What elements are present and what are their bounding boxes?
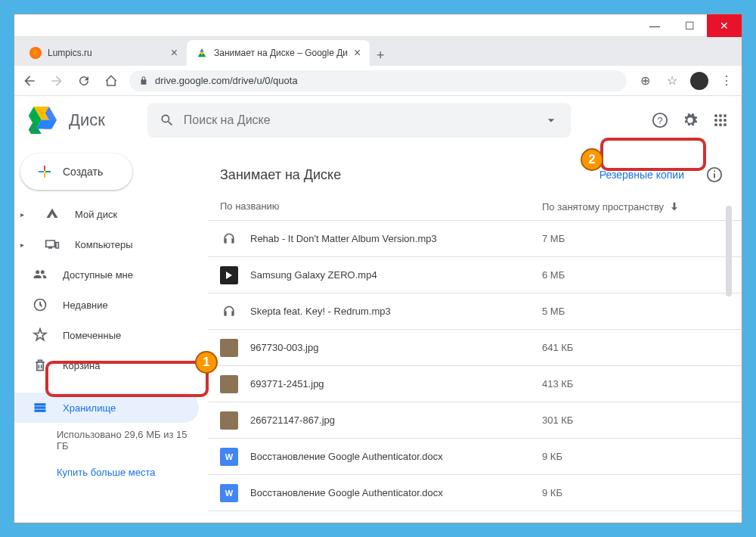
svg-point-7 <box>723 119 727 122</box>
sidebar-item-mydrive[interactable]: ▸ Мой диск <box>14 199 199 229</box>
minimize-button[interactable]: — <box>637 14 672 37</box>
sidebar-label: Корзина <box>63 360 101 371</box>
create-button[interactable]: Создать <box>20 154 132 190</box>
app-title: Диск <box>69 110 105 130</box>
video-thumb-icon <box>220 266 238 284</box>
address-bar: drive.google.com/drive/u/0/quota ⊕ ☆ ⋮ <box>14 66 742 96</box>
sidebar-item-shared[interactable]: Доступные мне <box>14 259 199 290</box>
header-icons: ? <box>651 111 730 129</box>
audio-icon <box>220 230 238 248</box>
sidebar-label: Компьютеры <box>75 239 133 250</box>
forward-button[interactable] <box>48 72 66 90</box>
page-title: Занимает на Диске <box>220 167 341 183</box>
star-icon <box>33 327 48 343</box>
app-body: Создать ▸ Мой диск ▸ Компьютеры Доступны… <box>14 144 742 523</box>
sidebar-item-trash[interactable]: Корзина <box>14 350 199 380</box>
file-size: 6 МБ <box>542 269 723 281</box>
svg-rect-12 <box>35 403 46 405</box>
column-name[interactable]: По названию <box>220 200 542 213</box>
tab-title: Занимает на Диске – Google Ди <box>214 48 348 58</box>
zoom-icon[interactable]: ⊕ <box>636 72 654 90</box>
svg-point-9 <box>719 123 722 126</box>
file-size: 641 КБ <box>542 342 723 353</box>
arrow-down-icon <box>668 200 680 213</box>
close-button[interactable]: ✕ <box>707 14 742 37</box>
svg-point-2 <box>714 114 717 117</box>
svg-point-8 <box>714 123 717 126</box>
lock-icon <box>138 76 149 86</box>
callout-badge-2: 2 <box>581 148 603 171</box>
buy-more-link[interactable]: Купить больше места <box>14 458 208 484</box>
storage-section: Хранилище Использовано 29,6 МБ из 15 ГБ … <box>14 393 208 484</box>
image-thumb-icon <box>220 411 238 430</box>
svg-point-6 <box>719 119 722 122</box>
svg-rect-14 <box>35 410 46 412</box>
svg-text:?: ? <box>657 115 662 126</box>
browser-tab-active[interactable]: Занимает на Диске – Google Ди × <box>187 40 370 66</box>
file-row[interactable]: Skepta feat. Key! - Redrum.mp35 МБ <box>208 293 742 330</box>
bookmark-icon[interactable]: ☆ <box>663 72 681 90</box>
tab-close-icon[interactable]: × <box>171 46 178 60</box>
favicon-icon <box>196 47 208 59</box>
file-row[interactable]: 967730-003.jpg641 КБ <box>208 330 742 366</box>
home-button[interactable] <box>102 72 120 90</box>
file-name: Восстановление Google Authenticator.docx <box>250 451 542 462</box>
favicon-icon <box>29 47 42 59</box>
file-size: 9 КБ <box>542 487 723 498</box>
create-label: Создать <box>63 166 103 178</box>
trash-icon <box>33 358 48 373</box>
maximize-button[interactable]: ☐ <box>672 14 707 37</box>
expand-icon[interactable]: ▸ <box>20 210 29 219</box>
sidebar: Создать ▸ Мой диск ▸ Компьютеры Доступны… <box>14 144 208 523</box>
new-tab-button[interactable]: + <box>370 45 391 66</box>
file-name: 967730-003.jpg <box>250 342 542 353</box>
file-list: Rehab - It Don't Matter Album Version.mp… <box>208 221 742 523</box>
storage-usage: Использовано 29,6 МБ из 15 ГБ <box>14 423 208 458</box>
list-header: По названию По занятому пространству <box>208 193 742 221</box>
file-row[interactable]: Rehab - It Don't Matter Album Version.mp… <box>208 221 742 257</box>
tab-strip: Lumpics.ru × Занимает на Диске – Google … <box>14 37 742 66</box>
file-row[interactable]: WВосстановление Google Authenticator.doc… <box>208 475 742 511</box>
apps-icon[interactable] <box>711 111 730 129</box>
browser-window: — ☐ ✕ Lumpics.ru × Занимает на Диске – G… <box>14 14 742 523</box>
file-name: Skepta feat. Key! - Redrum.mp3 <box>250 306 542 317</box>
sidebar-item-starred[interactable]: Помеченные <box>14 320 199 350</box>
search-box[interactable] <box>147 103 571 138</box>
svg-point-3 <box>719 114 722 117</box>
reload-button[interactable] <box>75 72 93 90</box>
help-icon[interactable]: ? <box>651 111 669 129</box>
file-row[interactable]: Samsung Galaxy ZERO.mp46 МБ <box>208 257 742 293</box>
column-size[interactable]: По занятому пространству <box>542 200 723 213</box>
tab-title: Lumpics.ru <box>48 48 92 58</box>
sidebar-item-computers[interactable]: ▸ Компьютеры <box>14 229 199 259</box>
backups-link[interactable]: Резервные копии <box>590 163 693 187</box>
sidebar-item-storage[interactable]: Хранилище <box>14 393 199 423</box>
file-size: 301 КБ <box>542 414 723 426</box>
main-header: Занимает на Диске Резервные копии <box>208 151 742 193</box>
tab-close-icon[interactable]: × <box>354 46 361 60</box>
settings-icon[interactable] <box>681 111 699 129</box>
svg-point-10 <box>723 123 727 126</box>
file-size: 413 КБ <box>542 378 723 390</box>
doc-icon: W <box>220 484 238 502</box>
info-icon[interactable] <box>705 166 723 184</box>
file-row[interactable]: 693771-2451.jpg413 КБ <box>208 366 742 402</box>
sidebar-item-recent[interactable]: Недавние <box>14 290 199 320</box>
file-row[interactable]: 266721147-867.jpg301 КБ <box>208 402 742 439</box>
file-size: 5 МБ <box>542 306 723 317</box>
dropdown-icon[interactable] <box>544 113 559 128</box>
search-input[interactable] <box>184 113 534 127</box>
svg-rect-13 <box>35 406 46 408</box>
storage-icon <box>33 400 48 415</box>
url-field[interactable]: drive.google.com/drive/u/0/quota <box>129 70 627 92</box>
expand-icon[interactable]: ▸ <box>20 241 29 249</box>
back-button[interactable] <box>20 72 39 90</box>
callout-badge-1: 1 <box>195 351 218 374</box>
sidebar-label: Мой диск <box>75 209 117 220</box>
file-row[interactable]: WВосстановление Google Authenticator.doc… <box>208 439 742 475</box>
browser-tab[interactable]: Lumpics.ru × <box>20 40 187 66</box>
menu-button[interactable]: ⋮ <box>717 72 736 90</box>
scrollbar-thumb[interactable] <box>726 206 732 296</box>
profile-avatar[interactable] <box>690 72 708 90</box>
file-name: Rehab - It Don't Matter Album Version.mp… <box>250 233 542 244</box>
